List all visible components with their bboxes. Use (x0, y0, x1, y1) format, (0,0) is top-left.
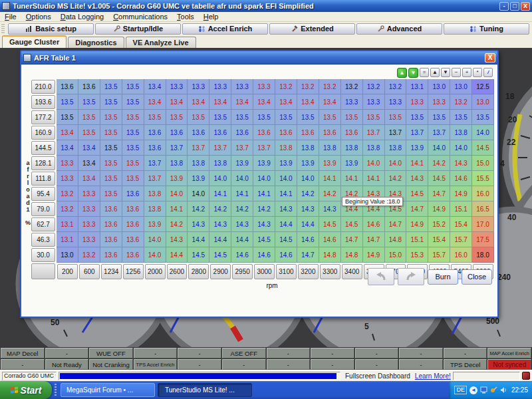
y-axis-label[interactable]: 128.1 (31, 156, 55, 170)
table-cell[interactable]: 13.5 (78, 125, 100, 140)
table-cell[interactable]: 14.7 (385, 217, 407, 232)
table-cell[interactable]: 13.5 (144, 110, 166, 125)
table-cell[interactable]: 14.5 (253, 232, 275, 247)
table-cell[interactable]: 13.3 (385, 94, 407, 110)
table-cell[interactable]: 13.6 (231, 125, 253, 140)
table-cell[interactable]: 13.9 (297, 156, 319, 171)
table-cell[interactable]: 13.9 (188, 171, 209, 186)
toolbar-grip[interactable] (1, 24, 5, 33)
table-cell[interactable]: 14.7 (363, 232, 385, 247)
table-cell[interactable]: 14.1 (275, 186, 297, 201)
table-cell[interactable]: 14.3 (450, 156, 472, 171)
table-cell[interactable]: 14.7 (428, 186, 450, 201)
x-axis-label[interactable]: 200 (57, 264, 78, 279)
table-cell[interactable]: 13.7 (428, 125, 450, 140)
table-cell[interactable]: 14.5 (275, 232, 297, 247)
x-axis-label[interactable]: 3000 (254, 264, 275, 279)
table-cell[interactable]: 13.3 (166, 79, 188, 94)
table-cell[interactable]: 13.6 (100, 232, 122, 247)
table-cell[interactable]: 14.5 (209, 247, 231, 263)
table-cell[interactable]: 13.8 (450, 125, 472, 140)
table-cell[interactable]: 15.7 (450, 232, 472, 247)
table-cell[interactable]: 14.1 (319, 171, 341, 186)
table-cell[interactable]: 13.4 (297, 94, 319, 110)
close-dialog-button[interactable]: Close (462, 269, 492, 285)
table-cell[interactable]: 17.5 (472, 232, 494, 247)
table-cell[interactable]: 14.6 (319, 232, 341, 247)
table-cell[interactable]: 14.1 (363, 171, 385, 186)
table-cell[interactable]: 13.4 (57, 140, 78, 156)
y-axis-label[interactable]: 111.8 (31, 172, 55, 186)
table-cell[interactable]: 14.1 (341, 171, 363, 186)
table-cell[interactable]: 13.3 (209, 79, 231, 94)
table-cell[interactable]: 16.0 (472, 186, 494, 201)
table-cell[interactable]: 14.6 (231, 247, 253, 263)
table-cell[interactable]: 13.6 (319, 125, 341, 140)
table-cell[interactable]: 14.6 (253, 247, 275, 263)
table-cell[interactable]: 14.0 (297, 171, 319, 186)
table-cell[interactable]: 15.7 (428, 247, 450, 263)
table-cell[interactable]: 13.8 (166, 156, 188, 171)
x-axis-label[interactable]: 3400 (342, 264, 362, 279)
tab-gauge-cluster[interactable]: Gauge Cluster (2, 35, 66, 48)
table-cell[interactable]: 13.5 (341, 110, 363, 125)
table-cell[interactable]: 13.6 (341, 125, 363, 140)
undo-button[interactable] (368, 268, 394, 285)
table-cell[interactable]: 15.2 (428, 217, 450, 232)
burn-button[interactable]: Burn (428, 269, 458, 285)
edit-pen-icon[interactable]: / (483, 68, 493, 77)
table-cell[interactable]: 13.3 (363, 94, 385, 110)
table-cell[interactable]: 13.7 (144, 171, 166, 186)
table-cell[interactable]: 13.5 (57, 94, 78, 110)
set-equal-icon[interactable]: = (420, 68, 429, 77)
table-cell[interactable]: 14.0 (144, 232, 166, 247)
plus-icon[interactable]: + (462, 68, 471, 77)
table-cell[interactable]: 14.5 (341, 217, 363, 232)
table-cell[interactable]: 16.5 (472, 201, 494, 217)
table-cell[interactable]: 14.2 (319, 186, 341, 201)
table-cell[interactable]: 13.2 (450, 94, 472, 110)
table-cell[interactable]: 14.9 (428, 201, 450, 217)
table-cell[interactable]: 18.0 (472, 247, 494, 263)
table-cell[interactable]: 14.9 (363, 247, 385, 263)
table-cell[interactable]: 14.1 (209, 186, 231, 201)
volume-icon[interactable] (500, 386, 507, 394)
table-cell[interactable]: 13.4 (319, 94, 341, 110)
toolbar-button-tuning[interactable]: Tuning (444, 23, 529, 35)
table-cell[interactable]: 14.5 (472, 140, 494, 156)
table-cell[interactable]: 13.5 (122, 94, 144, 110)
table-cell[interactable]: 13.9 (319, 156, 341, 171)
table-cell[interactable]: 14.5 (188, 247, 209, 263)
table-cell[interactable]: 14.9 (406, 217, 428, 232)
toolbar-button-extended[interactable]: Extended (269, 23, 355, 35)
x-axis-label[interactable]: 1256 (123, 264, 144, 279)
table-cell[interactable]: 14.0 (166, 186, 188, 201)
table-cell[interactable]: 13.2 (363, 79, 385, 94)
table-cell[interactable]: 14.6 (450, 171, 472, 186)
table-cell[interactable]: 13.7 (231, 140, 253, 156)
table-cell[interactable]: 14.3 (406, 171, 428, 186)
table-cell[interactable]: 15.0 (385, 247, 407, 263)
table-cell[interactable]: 14.5 (406, 186, 428, 201)
table-cell[interactable]: 13.8 (188, 156, 209, 171)
table-cell[interactable]: 13.6 (122, 186, 144, 201)
tab-ve-analyze-live[interactable]: VE Analyze Live (126, 37, 196, 48)
table-cell[interactable]: 13.7 (406, 125, 428, 140)
table-cell[interactable]: 13.8 (297, 140, 319, 156)
table-cell[interactable]: 13.6 (122, 217, 144, 232)
table-cell[interactable]: 13.8 (341, 140, 363, 156)
y-axis-label[interactable]: 30.0 (31, 248, 55, 262)
table-cell[interactable]: 14.2 (209, 201, 231, 217)
table-cell[interactable]: 13.6 (78, 79, 100, 94)
table-cell[interactable]: 13.1 (406, 79, 428, 94)
x-axis-label[interactable]: 2600 (167, 264, 188, 279)
table-cell[interactable]: 14.4 (166, 247, 188, 263)
table-cell[interactable]: 13.5 (166, 110, 188, 125)
table-cell[interactable]: 14.4 (188, 232, 209, 247)
table-cell[interactable]: 14.0 (188, 186, 209, 201)
table-cell[interactable]: 13.4 (144, 79, 166, 94)
y-axis-label[interactable]: 177.2 (31, 110, 55, 124)
table-cell[interactable]: 14.7 (341, 232, 363, 247)
table-cell[interactable]: 13.3 (341, 94, 363, 110)
y-axis-label[interactable]: 79.0 (31, 202, 55, 216)
